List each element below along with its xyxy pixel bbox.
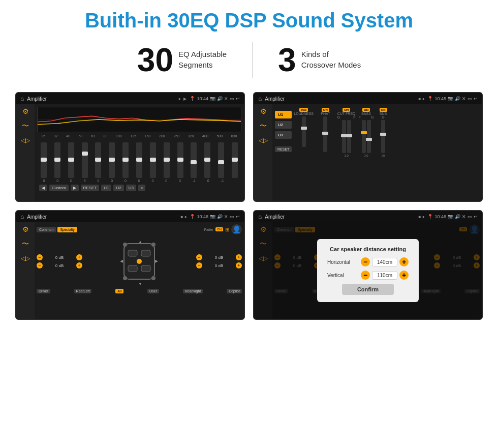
camera-icon-1: 📷 [210,96,215,101]
volume-icon-4: 🔊 [455,214,460,219]
play-icon-1: ▶ [183,97,186,101]
eq-icon-2[interactable]: ⚙ [260,107,267,115]
minus-fl[interactable]: − [37,254,43,260]
user-btn[interactable]: User [147,289,159,293]
minus-rl[interactable]: − [37,262,43,268]
tab-specialty-3[interactable]: Specialty [57,227,77,232]
rearleft-btn[interactable]: RearLeft [74,289,92,293]
screen-speaker: ⌂ Amplifier ■ ● 📍 10:46 📷 🔊 ✕ ▭ ↩ ⚙ 〜 ◁▷ [15,210,245,320]
home-icon-4[interactable]: ⌂ [258,213,262,220]
plus-rl[interactable]: + [76,262,82,268]
driver-btn[interactable]: Driver [37,289,50,293]
plus-v[interactable]: + [399,271,409,280]
fader-row-3: Fader ON ⊞ 👤 [204,224,242,234]
back-icon-2[interactable]: ↩ [474,96,478,101]
slider-8[interactable] [150,142,156,178]
app-title-2: Amplifier [265,96,415,102]
ch-phat-slider[interactable] [323,116,327,152]
back-icon-4[interactable]: ↩ [474,214,478,219]
user-avatar-icon-3[interactable]: 👤 [231,224,242,234]
slider-2[interactable] [68,142,74,178]
status-icons-4: 📍 10:46 📷 🔊 ✕ ▭ ↩ [427,214,478,219]
all-btn[interactable]: All [115,289,123,293]
slider-0[interactable] [41,142,47,178]
bottom-buttons-3: Driver RearLeft All User RearRight Copil… [37,289,242,293]
home-icon-3[interactable]: ⌂ [20,213,24,220]
slider-12[interactable] [204,142,210,178]
play-btn[interactable]: ▶ [71,185,79,191]
reset-btn-1[interactable]: RESET [81,185,100,191]
u1-btn[interactable]: U1 [101,185,111,191]
app-title-3: Amplifier [27,214,177,220]
slider-13[interactable] [218,142,224,178]
minus-fr[interactable]: − [196,254,202,260]
slider-5[interactable] [109,142,115,178]
slider-3[interactable] [82,142,88,178]
car-diagram-3: ▲ ▼ ◀ ▶ [85,236,193,287]
reset-btn-2[interactable]: RESET [275,146,292,152]
home-icon-1[interactable]: ⌂ [20,95,24,102]
wave-icon-2[interactable]: 〜 [260,122,267,131]
ch-bass-slider2[interactable] [367,120,371,153]
wave-icon-3[interactable]: 〜 [22,240,29,249]
eq-icon-3[interactable]: ⚙ [22,225,29,233]
eq-graph [37,107,241,132]
ch-sub: ON SUB G 20 [377,108,390,198]
preset-u1[interactable]: U1 [275,111,292,118]
preset-u2[interactable]: U2 [275,121,292,129]
slider-10[interactable] [177,142,183,178]
screen-crossover: ⌂ Amplifier ■ ● 📍 10:45 📷 🔊 ✕ ▭ ↩ ⚙ 〜 ◁▷ [253,92,483,202]
plus-fl[interactable]: + [76,254,82,260]
svg-rect-5 [128,265,137,272]
back-icon-3[interactable]: ↩ [236,214,240,219]
screen-distance: ⌂ Amplifier ■ ● 📍 10:46 📷 🔊 ✕ ▭ ↩ ⚙ 〜 ◁▷ [253,210,483,320]
speaker-icon-1[interactable]: ◁▷ [21,137,30,144]
slider-7[interactable] [136,142,142,178]
dialog-row-vertical: Vertical − 110cm + [327,271,409,280]
confirm-button[interactable]: Confirm [342,284,394,295]
tab-common-3[interactable]: Common [37,227,56,232]
speaker-icon-2[interactable]: ◁▷ [259,137,268,144]
wave-icon-1[interactable]: 〜 [22,122,29,131]
slider-6[interactable] [122,142,129,178]
location-icon-4: 📍 [427,214,433,219]
u2-btn[interactable]: U2 [113,185,123,191]
preset-u3[interactable]: U3 [275,131,292,139]
svg-rect-6 [141,265,150,272]
ch-loudness-slider[interactable] [302,116,306,147]
u3-btn[interactable]: U3 [126,185,136,191]
status-bar-2: ⌂ Amplifier ■ ● 📍 10:45 📷 🔊 ✕ ▭ ↩ [254,93,482,104]
ch-cf-slider1[interactable] [342,120,346,153]
prev-btn[interactable]: ◀ [39,185,47,191]
speaker-icon-3[interactable]: ◁▷ [21,255,30,262]
fader-sliders-icon: ⊞ [225,227,229,232]
svg-rect-3 [128,250,137,256]
minus-v[interactable]: − [361,271,370,280]
minus-rr[interactable]: − [196,262,202,268]
ch-bass-slider1[interactable] [362,120,366,153]
plus-h[interactable]: + [399,257,409,266]
home-icon-2[interactable]: ⌂ [258,95,262,102]
slider-4[interactable] [95,142,101,178]
back-icon-1[interactable]: ↩ [236,96,240,101]
slider-14[interactable] [232,142,238,178]
eq-main: 253240506380100 125160200250320400500630 [35,104,244,201]
eq-freq-labels: 253240506380100 125160200250320400500630 [37,134,241,138]
minus-h[interactable]: − [361,257,370,266]
slider-9[interactable] [164,142,170,178]
plus-fr[interactable]: + [236,254,242,260]
eq-icon-1[interactable]: ⚙ [22,107,29,115]
more-icon-1[interactable]: » [138,185,145,191]
slider-1[interactable] [54,142,60,178]
plus-rr[interactable]: + [236,262,242,268]
val-v: 110cm [372,271,397,280]
rearright-btn[interactable]: RearRight [183,289,203,293]
ch-sub-slider[interactable] [381,120,385,153]
status-icons-1: 📍 10:44 📷 🔊 ✕ ▭ ↩ [190,96,240,101]
vol-row-fl: − 0 dB + [37,254,82,260]
ch-cf-slider2[interactable] [347,120,351,153]
fader-on-3[interactable]: ON [215,227,223,231]
eq-sliders-row [37,140,241,178]
slider-11[interactable] [191,142,197,178]
copilot-btn[interactable]: Copilot [227,289,242,293]
